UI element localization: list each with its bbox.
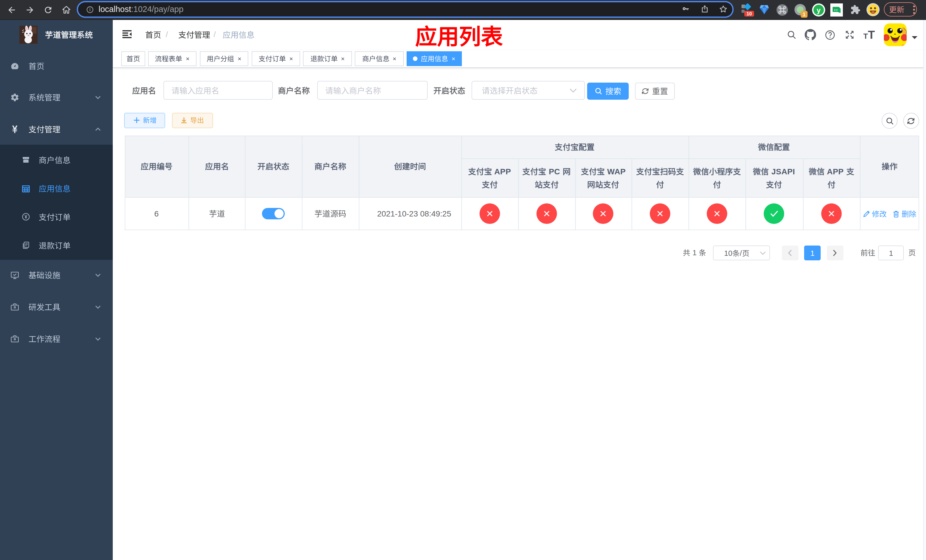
svg-text:y: y	[817, 6, 821, 14]
svg-text:10: 10	[746, 11, 752, 17]
svg-text:1: 1	[803, 11, 805, 17]
